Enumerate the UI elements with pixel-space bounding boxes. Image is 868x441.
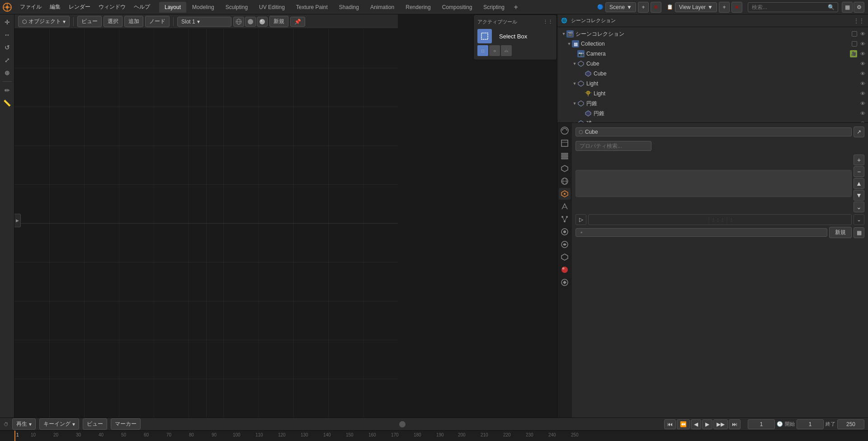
panel-options-icon[interactable]: ⋮⋮ [543, 19, 553, 25]
prop-tab-modifier[interactable] [559, 201, 571, 212]
scale-tool-button[interactable]: ⤢ [1, 54, 13, 66]
slot-selector[interactable]: Slot 1 ▾ [177, 17, 231, 27]
material-preview-btn[interactable] [257, 17, 268, 27]
expand-cone[interactable]: ▼ [572, 101, 577, 106]
prop-tab-particle[interactable] [559, 213, 571, 225]
new-material-btn[interactable]: 新規 [269, 16, 288, 27]
prop-tab-shader[interactable] [559, 277, 571, 288]
prop-tab-world[interactable] [559, 175, 571, 187]
tab-scripting[interactable]: Scripting [478, 2, 510, 13]
tab-modeling[interactable]: Modeling [187, 2, 220, 13]
timeline-ruler[interactable]: 1 10 20 30 40 50 60 70 80 90 100 110 120… [0, 431, 868, 441]
outliner-options-icon[interactable]: ⋮⋮ [854, 18, 864, 24]
props-search-input[interactable] [576, 141, 651, 151]
transform-tool-button[interactable]: ⊕ [1, 67, 13, 79]
play-mode-selector[interactable]: 再生 ▾ [12, 418, 36, 430]
move-tool-button[interactable]: ↔ [1, 29, 13, 41]
cube-parent-visibility[interactable]: 👁 [859, 60, 866, 67]
play-pause-btn[interactable]: ▶ [702, 419, 712, 429]
collection-checkbox[interactable] [852, 41, 857, 47]
node-menu-btn[interactable]: ノード [145, 16, 170, 27]
remove-material-slot-btn[interactable]: − [854, 166, 864, 177]
outliner-row-camera[interactable]: ▷ 📷 Camera 🎥 👁 [557, 49, 868, 59]
expand-cube[interactable]: ▼ [572, 61, 577, 66]
cursor-tool-button[interactable]: ✛ [1, 16, 13, 28]
tab-rendering[interactable]: Rendering [400, 2, 436, 13]
new-material-btn[interactable]: 新規 [829, 227, 852, 238]
scene-add-button[interactable]: + [638, 2, 649, 13]
annotate-tool-button[interactable]: ✏ [1, 84, 13, 96]
add-workspace-button[interactable]: + [510, 2, 521, 13]
prop-tab-view-layer[interactable] [559, 150, 571, 162]
add-material-slot-btn[interactable]: + [854, 155, 864, 165]
prop-tab-render[interactable] [559, 125, 571, 136]
scene-close-button[interactable]: ✕ [651, 2, 661, 13]
material-select-btn[interactable]: ⚬ [576, 228, 827, 237]
tab-animation[interactable]: Animation [365, 2, 400, 13]
outliner-row-cube-child[interactable]: ▷ Cube 👁 [557, 69, 868, 79]
tab-texture-paint[interactable]: Texture Paint [291, 2, 333, 13]
outliner-row-collection[interactable]: ▼ ▦ Collection 👁 [557, 39, 868, 49]
tab-shading[interactable]: Shading [334, 2, 364, 13]
select-menu-btn[interactable]: 選択 [104, 16, 123, 27]
scene-collection-checkbox[interactable] [852, 31, 857, 37]
start-frame-display[interactable]: 1 [797, 419, 824, 429]
prop-expand-btn[interactable]: ↗ [854, 127, 864, 137]
move-up-material-btn[interactable]: ▲ [854, 178, 864, 189]
add-menu-btn[interactable]: 追加 [124, 16, 143, 27]
camera-visibility[interactable]: 👁 [859, 50, 866, 57]
menu-render[interactable]: レンダー [65, 1, 94, 13]
prop-tab-constraint[interactable] [559, 239, 571, 250]
end-frame-display[interactable]: 250 [837, 419, 864, 429]
timeline-view-btn[interactable]: ビュー [83, 418, 107, 430]
wireframe-btn[interactable] [233, 17, 244, 27]
cone-parent-visibility[interactable]: 👁 [859, 100, 866, 107]
sphere-parent-visibility[interactable]: 👁 [859, 120, 866, 123]
outliner-row-cone-parent[interactable]: ▼ 円錐 👁 [557, 99, 868, 108]
pin-btn[interactable]: 📌 [290, 17, 305, 27]
outliner-row-cube-parent[interactable]: ▼ Cube 👁 [557, 59, 868, 69]
prop-tab-object[interactable] [559, 188, 571, 200]
prop-tab-output[interactable] [559, 137, 571, 149]
material-slot-item[interactable] [576, 170, 851, 197]
outliner-row-cone-child[interactable]: ▷ 円錐 👁 [557, 108, 868, 118]
rotate-tool-button[interactable]: ↺ [1, 42, 13, 53]
expand-scene-collection[interactable]: ▼ [561, 31, 566, 37]
view-menu-btn[interactable]: ビュー [77, 16, 102, 27]
menu-window[interactable]: ウィンドウ [95, 1, 129, 13]
expand-collection[interactable]: ▼ [566, 41, 572, 47]
tool-opt-circle[interactable]: ○ [489, 45, 500, 56]
material-filter-btn[interactable]: ▦ [854, 227, 864, 238]
tool-opt-rect[interactable]: □ [477, 45, 488, 56]
prop-tab-physics[interactable] [559, 226, 571, 238]
cube-data-visibility[interactable]: 👁 [859, 70, 866, 77]
menu-file[interactable]: ファイル [16, 1, 45, 13]
prop-tab-material[interactable] [559, 264, 571, 276]
current-frame-display[interactable]: 1 [748, 419, 775, 429]
solid-btn[interactable] [245, 17, 256, 27]
measure-tool-button[interactable]: 📏 [1, 97, 13, 109]
view-layer-selector[interactable]: View Layer ▼ [675, 2, 717, 12]
main-viewport[interactable] [14, 29, 398, 418]
jump-end-btn[interactable]: ⏭ [729, 419, 741, 429]
outliner-row-sphere-parent[interactable]: ▼ 球 👁 [557, 118, 868, 123]
expand-light[interactable]: ▼ [572, 81, 577, 86]
menu-edit[interactable]: 編集 [46, 1, 64, 13]
material-slot-list[interactable] [576, 170, 852, 197]
prev-frame-btn[interactable]: ◀ [691, 419, 701, 429]
tab-layout[interactable]: Layout [159, 2, 186, 13]
sidebar-toggle-btn[interactable]: ▶ [14, 214, 21, 227]
keying-selector[interactable]: キーイング ▾ [39, 418, 79, 430]
light-data-visibility[interactable]: 👁 [859, 90, 866, 97]
tab-compositing[interactable]: Compositing [437, 2, 478, 13]
object-name-input[interactable] [585, 129, 849, 135]
material-play-btn[interactable]: ▷ [576, 214, 586, 225]
timeline-marker-btn[interactable]: マーカー [111, 418, 141, 430]
settings-button[interactable]: ⚙ [854, 2, 864, 13]
next-frame-btn[interactable]: ▶▶ [713, 419, 728, 429]
scene-collection-visibility[interactable]: 👁 [859, 30, 866, 38]
jump-back-btn[interactable]: ⏪ [677, 419, 690, 429]
viewport-mode-btn[interactable]: ⬡ オブジェクト ▾ [18, 16, 70, 27]
light-parent-visibility[interactable]: 👁 [859, 80, 866, 87]
view-layer-add-button[interactable]: + [719, 2, 730, 13]
